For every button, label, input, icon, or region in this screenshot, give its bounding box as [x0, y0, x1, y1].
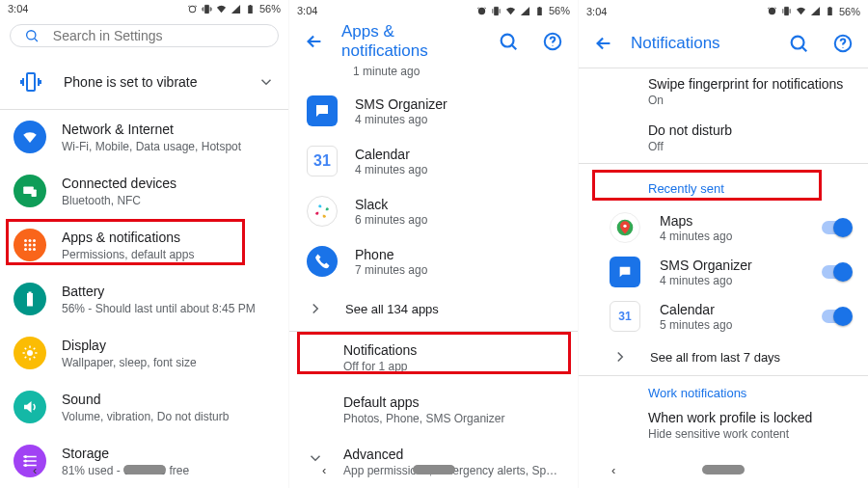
- item-title: Sound: [62, 391, 275, 408]
- nav-home-pill[interactable]: [413, 465, 455, 474]
- search-input[interactable]: [53, 28, 264, 43]
- app-name: Calendar: [355, 147, 560, 162]
- sms-icon: [313, 102, 331, 120]
- row-sub: Photos, Phone, SMS Organizer: [343, 412, 560, 425]
- app-phone[interactable]: Phone7 minutes ago: [289, 236, 578, 286]
- back-button[interactable]: [297, 24, 332, 59]
- apps-notifications-screen: 3:04 56% Apps & notifications 1 minute a…: [289, 0, 579, 488]
- app-slack[interactable]: Slack6 minutes ago: [289, 186, 578, 236]
- see-all-label: See all from last 7 days: [650, 350, 780, 365]
- see-all-apps[interactable]: See all 134 apps: [289, 286, 578, 331]
- wifi-icon: [21, 128, 39, 146]
- battery-icon: [825, 6, 835, 16]
- vibrate-icon: [781, 6, 792, 16]
- battery-icon: [534, 6, 545, 16]
- item-title: Apps & notifications: [62, 229, 275, 246]
- row-swipe-fingerprint[interactable]: Swipe fingerprint for notifications On: [579, 68, 868, 115]
- nav-back-icon[interactable]: ‹: [611, 463, 615, 477]
- svg-point-7: [24, 244, 27, 247]
- devices-icon: [21, 182, 39, 200]
- svg-point-19: [792, 37, 804, 49]
- search-settings[interactable]: [10, 24, 279, 47]
- truncated-first-sub: 1 minute ago: [289, 65, 578, 86]
- wifi-icon: [216, 4, 227, 14]
- recent-maps[interactable]: Maps4 minutes ago: [579, 205, 868, 250]
- status-time: 3:04: [8, 3, 28, 14]
- status-bar: 3:04 56%: [0, 0, 288, 14]
- item-display[interactable]: DisplayWallpaper, sleep, font size: [0, 326, 288, 380]
- phone-icon: [313, 253, 331, 270]
- signal-icon: [520, 6, 530, 16]
- nav-home-pill[interactable]: [702, 465, 745, 474]
- toggle-calendar[interactable]: [822, 310, 851, 323]
- status-time: 3:04: [586, 6, 607, 17]
- app-name: Slack: [355, 197, 560, 212]
- status-battery: 56%: [549, 5, 570, 16]
- status-battery: 56%: [259, 3, 281, 14]
- row-work-profile-locked[interactable]: When work profile is locked Hide sensiti…: [579, 400, 868, 451]
- nav-home-pill[interactable]: [123, 465, 166, 474]
- svg-point-5: [29, 239, 32, 242]
- toggle-sms[interactable]: [822, 265, 851, 279]
- app-name: SMS Organizer: [355, 96, 560, 112]
- item-sub: Volume, vibration, Do not disturb: [62, 409, 275, 424]
- header-search-button[interactable]: [491, 24, 526, 59]
- svg-point-13: [27, 350, 33, 356]
- vibrate-icon: [202, 4, 212, 14]
- maps-icon: [615, 218, 635, 237]
- status-bar: 3:04 56%: [289, 0, 578, 18]
- wifi-icon: [796, 6, 806, 16]
- app-sms-organizer[interactable]: SMS Organizer4 minutes ago: [289, 86, 578, 136]
- row-title: Do not disturb: [648, 122, 851, 138]
- vibrate-title: Phone is set to vibrate: [64, 73, 242, 91]
- section-work-notifications: Work notifications: [579, 376, 868, 400]
- alarm-icon: [767, 6, 777, 16]
- header-help-button[interactable]: [535, 24, 570, 59]
- status-time: 3:04: [297, 5, 317, 16]
- item-sub: Wi-Fi, Mobile, Data usage, Hotspot: [62, 139, 275, 154]
- chevron-right-icon: [307, 300, 324, 317]
- app-sub: 6 minutes ago: [355, 213, 560, 227]
- app-sub: 4 minutes ago: [355, 163, 560, 176]
- item-sound[interactable]: SoundVolume, vibration, Do not disturb: [0, 380, 288, 434]
- vibrate-row[interactable]: Phone is set to vibrate: [0, 55, 288, 109]
- svg-rect-1: [27, 73, 35, 91]
- item-apps[interactable]: Apps & notificationsPermissions, default…: [0, 218, 288, 272]
- back-button[interactable]: [586, 26, 621, 61]
- item-network[interactable]: Network & InternetWi-Fi, Mobile, Data us…: [0, 110, 288, 164]
- status-right: 56%: [767, 6, 860, 17]
- nav-back-icon[interactable]: ‹: [322, 463, 326, 477]
- row-sub: Hide sensitive work content: [648, 427, 851, 441]
- app-calendar[interactable]: 31 Calendar4 minutes ago: [289, 136, 578, 186]
- item-sub: Permissions, default apps: [62, 247, 275, 262]
- svg-point-4: [24, 239, 27, 242]
- nav-bar: ‹: [289, 455, 578, 488]
- row-default-apps[interactable]: Default apps Photos, Phone, SMS Organize…: [289, 384, 578, 436]
- header-help-button[interactable]: [826, 26, 860, 61]
- nav-bar: ‹: [0, 455, 288, 488]
- row-dnd[interactable]: Do not disturb Off: [579, 115, 868, 163]
- battery-icon: [245, 4, 256, 14]
- app-sub: 7 minutes ago: [355, 263, 560, 277]
- row-sub: Off: [648, 140, 851, 153]
- status-right: 56%: [187, 3, 281, 14]
- svg-point-6: [33, 239, 36, 242]
- item-title: Network & Internet: [62, 121, 275, 138]
- apps-icon: [21, 236, 39, 254]
- row-notifications[interactable]: Notifications Off for 1 app: [289, 332, 578, 384]
- item-battery[interactable]: Battery56% - Should last until about 8:4…: [0, 272, 288, 326]
- toggle-maps[interactable]: [822, 221, 851, 234]
- row-title: Default apps: [343, 394, 560, 410]
- recent-sms[interactable]: SMS Organizer4 minutes ago: [579, 250, 868, 294]
- item-connected[interactable]: Connected devicesBluetooth, NFC: [0, 164, 288, 218]
- header-search-button[interactable]: [781, 26, 816, 61]
- nav-back-icon[interactable]: ‹: [33, 463, 37, 477]
- recent-calendar[interactable]: 31 Calendar5 minutes ago: [579, 294, 868, 339]
- svg-point-0: [27, 31, 36, 40]
- see-all-7days[interactable]: See all from last 7 days: [579, 339, 868, 375]
- settings-root: 3:04 56% Phone is set to vibrate Network…: [0, 0, 289, 488]
- item-title: Battery: [62, 283, 275, 300]
- app-sub: 5 minutes ago: [660, 318, 802, 332]
- app-name: Calendar: [660, 302, 802, 317]
- app-name: SMS Organizer: [660, 258, 802, 273]
